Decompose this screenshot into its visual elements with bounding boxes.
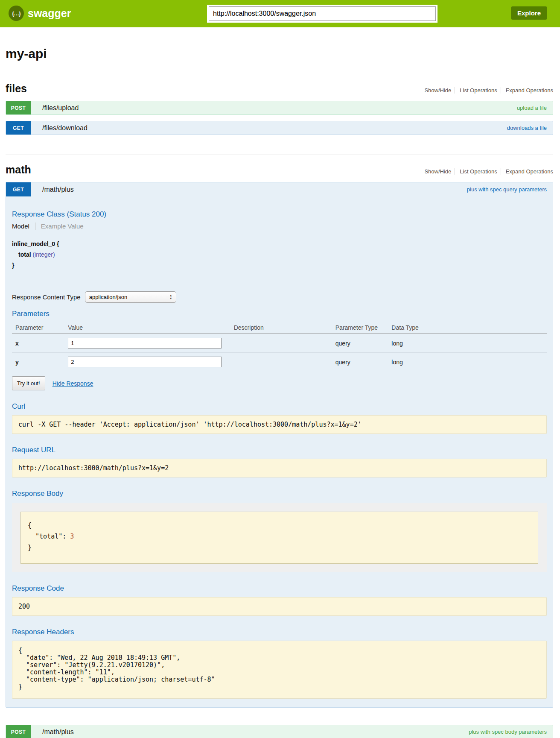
model-property-type: (integer) (32, 251, 55, 258)
parameter-description (231, 334, 333, 353)
parameters-table: Parameter Value Description Parameter Ty… (12, 322, 547, 371)
section-options-files: Show/HideList OperationsExpand Operation… (424, 87, 553, 94)
response-code-heading: Response Code (12, 584, 547, 593)
top-bar: {…} swagger Explore (0, 0, 560, 27)
method-badge-post: POST (6, 725, 31, 738)
page-title: my-api (6, 47, 553, 61)
actions-row: Try it out! Hide Response (12, 376, 547, 390)
show-hide-link[interactable]: Show/Hide (424, 168, 451, 175)
method-badge-get: GET (6, 121, 31, 135)
section-header-math: math Show/HideList OperationsExpand Oper… (6, 164, 553, 176)
expand-operations-link[interactable]: Expand Operations (501, 168, 553, 175)
parameter-value-input-x[interactable] (68, 338, 222, 348)
response-body-container: { "total": 3 } (12, 503, 547, 572)
curl-command: curl -X GET --header 'Accept: applicatio… (12, 415, 547, 434)
operation-path[interactable]: /math/plus (42, 728, 74, 736)
response-code: 200 (12, 597, 547, 616)
swagger-logo-text: swagger (28, 7, 71, 20)
response-headers: { "date": "Wed, 22 Aug 2018 18:49:13 GMT… (12, 641, 547, 699)
response-class-heading: Response Class (Status 200) (12, 210, 547, 219)
explore-button[interactable]: Explore (511, 6, 547, 20)
operation-row-math-plus-post[interactable]: POST /math/plus plus with spec body para… (6, 725, 553, 738)
section-title-files[interactable]: files (6, 82, 27, 95)
try-it-out-button[interactable]: Try it out! (12, 376, 45, 390)
parameter-row-y: y query long (12, 353, 547, 372)
col-header-parameter: Parameter (12, 322, 65, 334)
method-badge-get: GET (6, 182, 31, 196)
response-body-heading: Response Body (12, 489, 547, 498)
curl-heading: Curl (12, 402, 547, 411)
response-content-type-select[interactable]: application/json (85, 291, 176, 303)
parameter-value-input-y[interactable] (68, 357, 222, 367)
operation-summary: downloads a file (507, 125, 547, 131)
response-content-type-row: Response Content Type application/json ▲… (12, 291, 547, 303)
model-signature: inline_model_0 { total (integer) } (12, 239, 547, 271)
hide-response-link[interactable]: Hide Response (52, 380, 93, 387)
operation-path[interactable]: /files/download (42, 124, 88, 132)
show-hide-link[interactable]: Show/Hide (424, 87, 451, 94)
model-name: inline_model_0 { (12, 239, 547, 249)
parameters-heading: Parameters (12, 310, 547, 318)
parameter-name: x (12, 334, 65, 353)
parameters-header-row: Parameter Value Description Parameter Ty… (12, 322, 547, 334)
tab-example-value[interactable]: Example Value (35, 223, 84, 230)
tab-model[interactable]: Model (12, 223, 35, 230)
model-property: total (integer) (12, 249, 547, 260)
parameter-type: query (333, 334, 389, 353)
operation-summary: plus with spec query parameters (467, 186, 547, 193)
json-key: "total": (35, 533, 66, 540)
col-header-value: Value (65, 322, 231, 334)
response-content-type-label: Response Content Type (12, 293, 81, 301)
request-url-heading: Request URL (12, 446, 547, 454)
section-header-files: files Show/HideList OperationsExpand Ope… (6, 82, 553, 95)
expand-operations-link[interactable]: Expand Operations (501, 87, 553, 94)
method-badge-post: POST (6, 101, 31, 114)
parameter-row-x: x query long (12, 334, 547, 353)
parameter-type: query (333, 353, 389, 372)
operation-summary: plus with spec body parameters (469, 729, 547, 735)
operation-row-files-upload[interactable]: POST /files/upload upload a file (6, 101, 553, 115)
json-number: 3 (66, 533, 74, 540)
main-content: my-api files Show/HideList OperationsExp… (6, 47, 553, 738)
operation-path[interactable]: /files/upload (42, 104, 79, 112)
operation-content: Response Class (Status 200) Model Exampl… (6, 196, 553, 707)
operation-row-math-plus-get[interactable]: GET /math/plus plus with spec query para… (6, 182, 553, 196)
parameter-description (231, 353, 333, 372)
api-url-input[interactable] (209, 6, 436, 21)
model-close-brace: } (12, 260, 547, 271)
response-body: { "total": 3 } (20, 512, 538, 564)
request-url: http://localhost:3000/math/plus?x=1&y=2 (12, 459, 547, 477)
col-header-description: Description (231, 322, 333, 334)
list-operations-link[interactable]: List Operations (455, 168, 497, 175)
operation-path[interactable]: /math/plus (42, 186, 74, 193)
swagger-logo[interactable]: {…} swagger (9, 6, 71, 21)
section-divider (6, 155, 553, 155)
section-title-math[interactable]: math (6, 164, 31, 176)
list-operations-link[interactable]: List Operations (455, 87, 497, 94)
parameter-data-type: long (389, 334, 547, 353)
parameter-data-type: long (389, 353, 547, 372)
operation-summary: upload a file (517, 105, 547, 111)
operation-block-math-plus-get: GET /math/plus plus with spec query para… (6, 182, 553, 708)
section-options-math: Show/HideList OperationsExpand Operation… (424, 168, 553, 175)
model-tabs: Model Example Value (12, 223, 547, 230)
swagger-logo-icon: {…} (9, 6, 24, 21)
col-header-parameter-type: Parameter Type (333, 322, 389, 334)
parameter-name: y (12, 353, 65, 372)
response-headers-heading: Response Headers (12, 628, 547, 636)
col-header-data-type: Data Type (389, 322, 547, 334)
operation-row-files-download[interactable]: GET /files/download downloads a file (6, 121, 553, 135)
